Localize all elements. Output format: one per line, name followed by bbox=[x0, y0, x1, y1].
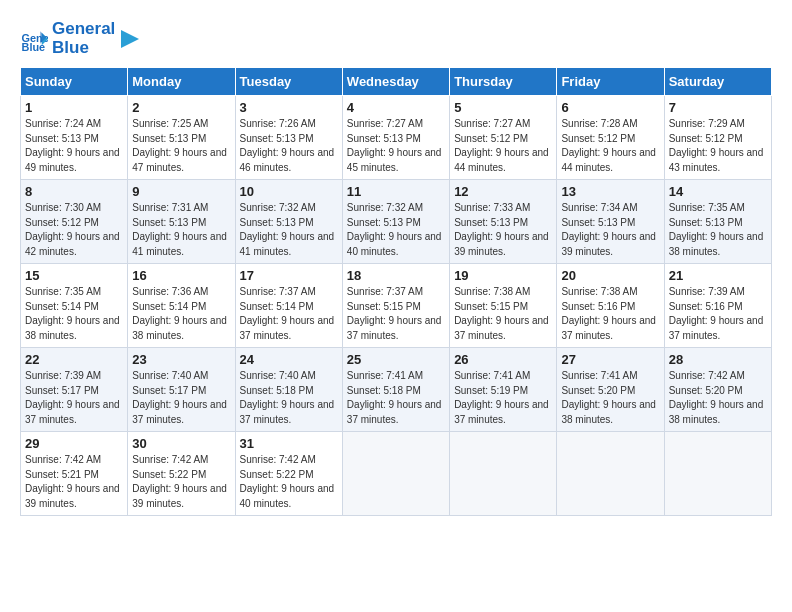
day-info: Sunrise: 7:35 AMSunset: 5:14 PMDaylight:… bbox=[25, 286, 120, 341]
calendar-day-cell: 16 Sunrise: 7:36 AMSunset: 5:14 PMDaylig… bbox=[128, 264, 235, 348]
calendar-day-cell: 14 Sunrise: 7:35 AMSunset: 5:13 PMDaylig… bbox=[664, 180, 771, 264]
calendar-day-cell: 3 Sunrise: 7:26 AMSunset: 5:13 PMDayligh… bbox=[235, 96, 342, 180]
day-number: 25 bbox=[347, 352, 445, 367]
day-info: Sunrise: 7:33 AMSunset: 5:13 PMDaylight:… bbox=[454, 202, 549, 257]
day-number: 5 bbox=[454, 100, 552, 115]
day-info: Sunrise: 7:37 AMSunset: 5:14 PMDaylight:… bbox=[240, 286, 335, 341]
day-info: Sunrise: 7:30 AMSunset: 5:12 PMDaylight:… bbox=[25, 202, 120, 257]
calendar-day-cell: 24 Sunrise: 7:40 AMSunset: 5:18 PMDaylig… bbox=[235, 348, 342, 432]
calendar-week: 29 Sunrise: 7:42 AMSunset: 5:21 PMDaylig… bbox=[21, 432, 772, 516]
logo-arrow-icon bbox=[119, 28, 141, 50]
logo-blue: Blue bbox=[52, 39, 115, 58]
day-number: 10 bbox=[240, 184, 338, 199]
logo: General Blue General Blue bbox=[20, 20, 141, 57]
calendar-day-cell: 8 Sunrise: 7:30 AMSunset: 5:12 PMDayligh… bbox=[21, 180, 128, 264]
day-info: Sunrise: 7:27 AMSunset: 5:12 PMDaylight:… bbox=[454, 118, 549, 173]
calendar-day-cell: 10 Sunrise: 7:32 AMSunset: 5:13 PMDaylig… bbox=[235, 180, 342, 264]
day-info: Sunrise: 7:38 AMSunset: 5:16 PMDaylight:… bbox=[561, 286, 656, 341]
day-info: Sunrise: 7:40 AMSunset: 5:18 PMDaylight:… bbox=[240, 370, 335, 425]
calendar-day-cell: 7 Sunrise: 7:29 AMSunset: 5:12 PMDayligh… bbox=[664, 96, 771, 180]
day-info: Sunrise: 7:36 AMSunset: 5:14 PMDaylight:… bbox=[132, 286, 227, 341]
day-number: 14 bbox=[669, 184, 767, 199]
day-info: Sunrise: 7:31 AMSunset: 5:13 PMDaylight:… bbox=[132, 202, 227, 257]
day-info: Sunrise: 7:39 AMSunset: 5:17 PMDaylight:… bbox=[25, 370, 120, 425]
calendar-day-cell: 27 Sunrise: 7:41 AMSunset: 5:20 PMDaylig… bbox=[557, 348, 664, 432]
day-info: Sunrise: 7:42 AMSunset: 5:21 PMDaylight:… bbox=[25, 454, 120, 509]
calendar-day-cell: 25 Sunrise: 7:41 AMSunset: 5:18 PMDaylig… bbox=[342, 348, 449, 432]
calendar-day-cell: 6 Sunrise: 7:28 AMSunset: 5:12 PMDayligh… bbox=[557, 96, 664, 180]
day-number: 11 bbox=[347, 184, 445, 199]
day-number: 27 bbox=[561, 352, 659, 367]
day-of-week-sunday: Sunday bbox=[21, 68, 128, 96]
day-info: Sunrise: 7:37 AMSunset: 5:15 PMDaylight:… bbox=[347, 286, 442, 341]
day-info: Sunrise: 7:29 AMSunset: 5:12 PMDaylight:… bbox=[669, 118, 764, 173]
day-number: 1 bbox=[25, 100, 123, 115]
svg-marker-4 bbox=[121, 30, 139, 48]
calendar-day-cell: 19 Sunrise: 7:38 AMSunset: 5:15 PMDaylig… bbox=[450, 264, 557, 348]
calendar-day-cell: 22 Sunrise: 7:39 AMSunset: 5:17 PMDaylig… bbox=[21, 348, 128, 432]
day-number: 22 bbox=[25, 352, 123, 367]
page-header: General Blue General Blue bbox=[20, 20, 772, 57]
day-number: 19 bbox=[454, 268, 552, 283]
day-number: 21 bbox=[669, 268, 767, 283]
day-info: Sunrise: 7:35 AMSunset: 5:13 PMDaylight:… bbox=[669, 202, 764, 257]
day-number: 4 bbox=[347, 100, 445, 115]
calendar-day-cell: 5 Sunrise: 7:27 AMSunset: 5:12 PMDayligh… bbox=[450, 96, 557, 180]
day-info: Sunrise: 7:26 AMSunset: 5:13 PMDaylight:… bbox=[240, 118, 335, 173]
day-number: 3 bbox=[240, 100, 338, 115]
day-of-week-monday: Monday bbox=[128, 68, 235, 96]
day-info: Sunrise: 7:34 AMSunset: 5:13 PMDaylight:… bbox=[561, 202, 656, 257]
day-number: 15 bbox=[25, 268, 123, 283]
day-info: Sunrise: 7:40 AMSunset: 5:17 PMDaylight:… bbox=[132, 370, 227, 425]
day-info: Sunrise: 7:41 AMSunset: 5:20 PMDaylight:… bbox=[561, 370, 656, 425]
day-info: Sunrise: 7:42 AMSunset: 5:22 PMDaylight:… bbox=[132, 454, 227, 509]
empty-cell bbox=[557, 432, 664, 516]
day-of-week-thursday: Thursday bbox=[450, 68, 557, 96]
day-of-week-saturday: Saturday bbox=[664, 68, 771, 96]
day-number: 17 bbox=[240, 268, 338, 283]
day-info: Sunrise: 7:39 AMSunset: 5:16 PMDaylight:… bbox=[669, 286, 764, 341]
day-info: Sunrise: 7:42 AMSunset: 5:20 PMDaylight:… bbox=[669, 370, 764, 425]
day-number: 29 bbox=[25, 436, 123, 451]
day-number: 18 bbox=[347, 268, 445, 283]
calendar-week: 22 Sunrise: 7:39 AMSunset: 5:17 PMDaylig… bbox=[21, 348, 772, 432]
day-number: 20 bbox=[561, 268, 659, 283]
calendar-header: SundayMondayTuesdayWednesdayThursdayFrid… bbox=[21, 68, 772, 96]
calendar-day-cell: 1 Sunrise: 7:24 AMSunset: 5:13 PMDayligh… bbox=[21, 96, 128, 180]
day-info: Sunrise: 7:32 AMSunset: 5:13 PMDaylight:… bbox=[240, 202, 335, 257]
calendar-day-cell: 21 Sunrise: 7:39 AMSunset: 5:16 PMDaylig… bbox=[664, 264, 771, 348]
calendar-day-cell: 17 Sunrise: 7:37 AMSunset: 5:14 PMDaylig… bbox=[235, 264, 342, 348]
calendar-week: 8 Sunrise: 7:30 AMSunset: 5:12 PMDayligh… bbox=[21, 180, 772, 264]
day-number: 13 bbox=[561, 184, 659, 199]
calendar-day-cell: 9 Sunrise: 7:31 AMSunset: 5:13 PMDayligh… bbox=[128, 180, 235, 264]
empty-cell bbox=[342, 432, 449, 516]
day-info: Sunrise: 7:38 AMSunset: 5:15 PMDaylight:… bbox=[454, 286, 549, 341]
calendar-day-cell: 4 Sunrise: 7:27 AMSunset: 5:13 PMDayligh… bbox=[342, 96, 449, 180]
calendar-table: SundayMondayTuesdayWednesdayThursdayFrid… bbox=[20, 67, 772, 516]
calendar-day-cell: 30 Sunrise: 7:42 AMSunset: 5:22 PMDaylig… bbox=[128, 432, 235, 516]
calendar-day-cell: 11 Sunrise: 7:32 AMSunset: 5:13 PMDaylig… bbox=[342, 180, 449, 264]
empty-cell bbox=[450, 432, 557, 516]
day-number: 6 bbox=[561, 100, 659, 115]
day-info: Sunrise: 7:41 AMSunset: 5:19 PMDaylight:… bbox=[454, 370, 549, 425]
day-info: Sunrise: 7:24 AMSunset: 5:13 PMDaylight:… bbox=[25, 118, 120, 173]
calendar-day-cell: 18 Sunrise: 7:37 AMSunset: 5:15 PMDaylig… bbox=[342, 264, 449, 348]
calendar-day-cell: 20 Sunrise: 7:38 AMSunset: 5:16 PMDaylig… bbox=[557, 264, 664, 348]
empty-cell bbox=[664, 432, 771, 516]
day-info: Sunrise: 7:42 AMSunset: 5:22 PMDaylight:… bbox=[240, 454, 335, 509]
calendar-week: 1 Sunrise: 7:24 AMSunset: 5:13 PMDayligh… bbox=[21, 96, 772, 180]
day-number: 16 bbox=[132, 268, 230, 283]
day-number: 2 bbox=[132, 100, 230, 115]
day-of-week-wednesday: Wednesday bbox=[342, 68, 449, 96]
day-number: 24 bbox=[240, 352, 338, 367]
day-number: 31 bbox=[240, 436, 338, 451]
calendar-week: 15 Sunrise: 7:35 AMSunset: 5:14 PMDaylig… bbox=[21, 264, 772, 348]
calendar-day-cell: 28 Sunrise: 7:42 AMSunset: 5:20 PMDaylig… bbox=[664, 348, 771, 432]
calendar-day-cell: 12 Sunrise: 7:33 AMSunset: 5:13 PMDaylig… bbox=[450, 180, 557, 264]
day-number: 28 bbox=[669, 352, 767, 367]
day-of-week-friday: Friday bbox=[557, 68, 664, 96]
logo-icon: General Blue bbox=[20, 25, 48, 53]
day-info: Sunrise: 7:27 AMSunset: 5:13 PMDaylight:… bbox=[347, 118, 442, 173]
day-number: 7 bbox=[669, 100, 767, 115]
day-info: Sunrise: 7:28 AMSunset: 5:12 PMDaylight:… bbox=[561, 118, 656, 173]
